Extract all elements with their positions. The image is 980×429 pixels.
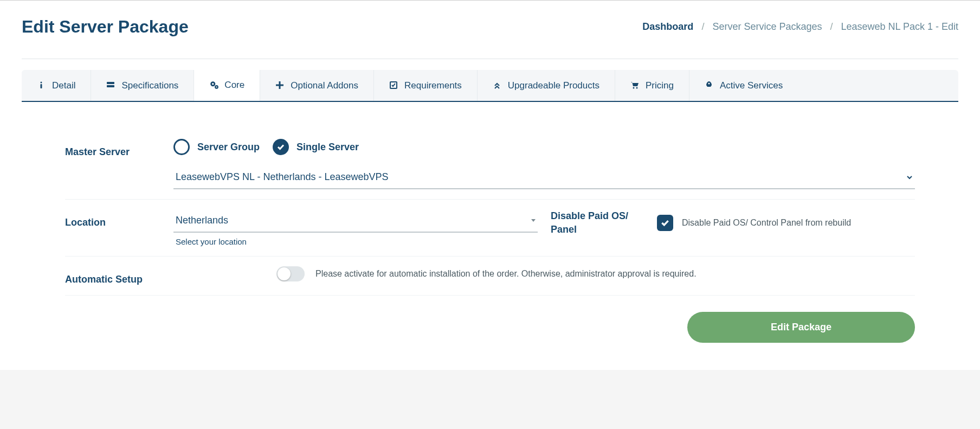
server-icon [106, 81, 116, 91]
automatic-setup-label: Automatic Setup [65, 266, 173, 285]
breadcrumb-current: Leaseweb NL Pack 1 - Edit [841, 21, 958, 32]
radio-label: Server Group [197, 142, 260, 153]
disable-paid-label: Disable Paid OS/ Panel [551, 209, 648, 236]
disable-paid-checkbox[interactable] [657, 215, 673, 231]
tabs: Detail Specifications Core Optional Addo… [22, 70, 958, 102]
chevron-down-icon [906, 174, 913, 181]
breadcrumb-separator: / [830, 21, 833, 32]
tab-label: Optional Addons [291, 80, 358, 91]
tab-label: Upgradeable Products [508, 80, 599, 91]
breadcrumb-packages[interactable]: Server Service Packages [712, 21, 822, 32]
cart-icon [630, 81, 640, 91]
tab-pricing[interactable]: Pricing [615, 70, 689, 101]
svg-rect-1 [41, 84, 42, 88]
tab-optional-addons[interactable]: Optional Addons [260, 70, 374, 101]
select-value: LeasewebVPS NL - Netherlands - LeasewebV… [176, 171, 389, 183]
breadcrumb-separator: / [701, 21, 704, 32]
select-value: Netherlands [176, 215, 228, 226]
automatic-setup-text: Please activate for automatic installati… [315, 269, 697, 279]
tab-label: Active Services [720, 80, 783, 91]
tab-detail[interactable]: Detail [22, 70, 91, 101]
svg-point-7 [216, 86, 217, 87]
rocket-icon [705, 81, 714, 91]
disable-paid-text: Disable Paid OS/ Control Panel from rebu… [682, 218, 851, 228]
svg-rect-3 [107, 85, 114, 87]
page-title: Edit Server Package [22, 17, 189, 37]
chevrons-up-icon [493, 81, 502, 91]
radio-checked-icon [273, 139, 289, 155]
radio-label: Single Server [296, 142, 359, 153]
tab-label: Specifications [121, 80, 178, 91]
tab-upgradeable-products[interactable]: Upgradeable Products [478, 70, 615, 101]
svg-point-13 [708, 82, 710, 84]
location-select[interactable]: Netherlands [173, 209, 538, 233]
svg-point-12 [636, 87, 637, 88]
check-icon [660, 218, 670, 228]
svg-point-5 [212, 83, 214, 85]
tab-label: Requirements [404, 80, 462, 91]
tab-core[interactable]: Core [194, 70, 260, 102]
svg-rect-2 [107, 82, 114, 84]
location-label: Location [65, 209, 173, 228]
automatic-setup-toggle[interactable] [276, 266, 305, 281]
toggle-knob [278, 267, 291, 280]
tab-active-services[interactable]: Active Services [689, 70, 798, 101]
gears-icon [209, 80, 219, 90]
breadcrumb-dashboard[interactable]: Dashboard [642, 21, 693, 32]
tab-requirements[interactable]: Requirements [374, 70, 478, 101]
breadcrumb: Dashboard / Server Service Packages / Le… [642, 21, 958, 33]
radio-server-group[interactable]: Server Group [173, 139, 260, 155]
location-hint: Select your location [173, 237, 538, 246]
radio-single-server[interactable]: Single Server [273, 139, 359, 155]
tab-label: Core [224, 80, 244, 91]
tab-label: Pricing [646, 80, 674, 91]
svg-point-0 [41, 81, 42, 83]
svg-point-11 [633, 87, 634, 88]
info-icon [37, 81, 47, 91]
tab-label: Detail [52, 80, 75, 91]
master-server-select[interactable]: LeasewebVPS NL - Netherlands - LeasewebV… [173, 166, 915, 189]
tab-specifications[interactable]: Specifications [91, 70, 194, 101]
chevron-down-icon [531, 219, 536, 222]
edit-package-button[interactable]: Edit Package [687, 312, 915, 343]
svg-rect-9 [276, 84, 283, 86]
checkbox-icon [389, 81, 399, 91]
plus-icon [275, 81, 285, 91]
radio-unchecked-icon [173, 139, 190, 155]
